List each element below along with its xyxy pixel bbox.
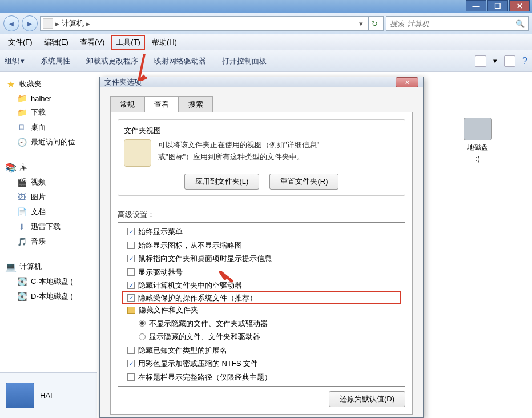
- details-label: HAI: [40, 391, 53, 400]
- tab-search[interactable]: 搜索: [179, 96, 213, 112]
- sidebar-item[interactable]: 📁下载: [2, 105, 95, 120]
- maximize-button[interactable]: ☐: [487, 0, 508, 11]
- forward-button[interactable]: ►: [22, 15, 38, 31]
- toolbar-ctrlpanel[interactable]: 打开控制面板: [222, 56, 267, 66]
- advanced-setting-item[interactable]: 隐藏受保护的操作系统文件（推荐）: [122, 291, 401, 305]
- address-bar[interactable]: ▸ 计算机 ▸ ▾ ↻: [40, 16, 384, 31]
- advanced-setting-item[interactable]: 显示驱动器号: [122, 266, 401, 279]
- setting-label: 隐藏文件和文件夹: [139, 304, 198, 316]
- menu-file[interactable]: 文件(F): [3, 35, 37, 50]
- radio[interactable]: [139, 333, 146, 340]
- back-button[interactable]: ◄: [3, 15, 19, 31]
- toolbar-sysprops[interactable]: 系统属性: [41, 56, 70, 66]
- advanced-setting-item[interactable]: 鼠标指向文件夹和桌面项时显示提示信息: [122, 252, 401, 266]
- pictures-icon: 🖼: [17, 192, 26, 202]
- checkbox[interactable]: [127, 228, 135, 235]
- sidebar-item[interactable]: 💽C-本地磁盘 (: [2, 274, 95, 289]
- advanced-setting-item[interactable]: 隐藏计算机文件夹中的空驱动器: [122, 279, 401, 292]
- advanced-setting-item[interactable]: 用彩色显示加密或压缩的 NTFS 文件: [122, 357, 401, 371]
- menu-tools[interactable]: 工具(T): [111, 35, 145, 50]
- sidebar-item[interactable]: 🎬视频: [2, 175, 95, 190]
- advanced-setting-item[interactable]: 隐藏已知文件类型的扩展名: [122, 344, 401, 357]
- toolbar-uninstall[interactable]: 卸载或更改程序: [86, 56, 138, 66]
- video-icon: 🎬: [17, 178, 26, 187]
- apply-to-folder-button[interactable]: 应用到文件夹(L): [184, 174, 260, 190]
- advanced-settings-list[interactable]: 始终显示菜单始终显示图标，从不显示缩略图鼠标指向文件夹和桌面项时显示提示信息显示…: [118, 222, 405, 387]
- setting-label: 隐藏计算机文件夹中的空驱动器: [138, 280, 242, 291]
- search-box[interactable]: 🔍: [386, 16, 529, 31]
- computer-icon: [43, 18, 53, 29]
- checkbox[interactable]: [127, 360, 135, 367]
- sidebar-computer[interactable]: 💻计算机: [2, 259, 95, 274]
- menu-bar: 文件(F) 编辑(E) 查看(V) 工具(T) 帮助(H): [0, 34, 532, 50]
- refresh-button[interactable]: ↻: [368, 17, 381, 30]
- folder-icon: 📁: [17, 94, 26, 103]
- tab-general[interactable]: 常规: [110, 96, 144, 112]
- desktop-icon: 🖥: [17, 123, 26, 132]
- advanced-setting-item[interactable]: 不显示隐藏的文件、文件夹或驱动器: [122, 317, 401, 331]
- dialog-close-button[interactable]: ✕: [396, 77, 418, 87]
- checkbox[interactable]: [127, 255, 135, 262]
- minimize-button[interactable]: —: [466, 0, 486, 11]
- folder-icon: 📁: [17, 108, 26, 117]
- menu-edit[interactable]: 编辑(E): [39, 35, 73, 50]
- sidebar-item[interactable]: 💽D-本地磁盘 (: [2, 289, 95, 304]
- title-bar: — ☐ ✕: [0, 0, 532, 13]
- sidebar-item[interactable]: 🖥桌面: [2, 120, 95, 135]
- star-icon: ★: [6, 79, 16, 89]
- sidebar-item[interactable]: 📁haiher: [2, 91, 95, 105]
- search-icon: 🔍: [515, 19, 525, 28]
- tab-view-pane: 文件夹视图 可以将该文件夹正在使用的视图（例如"详细信息" 或"图标"）应用到所…: [110, 112, 413, 415]
- checkbox[interactable]: [127, 268, 135, 276]
- toolbar-mapnet[interactable]: 映射网络驱动器: [154, 56, 206, 66]
- search-input[interactable]: [390, 19, 512, 28]
- help-icon[interactable]: ?: [522, 56, 527, 66]
- menu-view[interactable]: 查看(V): [75, 35, 109, 50]
- tab-view[interactable]: 查看: [144, 96, 179, 112]
- toolbar: 组织 ▾ 系统属性 卸载或更改程序 映射网络驱动器 打开控制面板 ▾ ?: [0, 50, 532, 72]
- sidebar-item[interactable]: 🕘最近访问的位: [2, 135, 95, 150]
- sidebar-item[interactable]: 🎵音乐: [2, 234, 95, 249]
- recent-icon: 🕘: [17, 138, 26, 147]
- chevron-down-icon[interactable]: ▾: [493, 57, 497, 65]
- advanced-setting-item[interactable]: 显示隐藏的文件、文件夹和驱动器: [122, 330, 401, 344]
- preview-pane-icon[interactable]: [504, 55, 515, 67]
- advanced-label: 高级设置：: [118, 210, 405, 220]
- sidebar-item[interactable]: ⬇迅雷下载: [2, 219, 95, 234]
- computer-icon: 💻: [6, 262, 16, 272]
- close-button[interactable]: ✕: [509, 0, 530, 11]
- checkbox[interactable]: [127, 373, 135, 381]
- advanced-setting-item[interactable]: 隐藏文件和文件夹: [122, 303, 401, 317]
- disk-item[interactable]: 地磁盘 :): [429, 118, 526, 163]
- details-pane: HAI: [0, 372, 97, 418]
- checkbox[interactable]: [127, 282, 135, 289]
- toolbar-organize[interactable]: 组织 ▾: [5, 56, 25, 66]
- reset-folders-button[interactable]: 重置文件夹(R): [269, 174, 338, 190]
- folder-view-heading: 文件夹视图: [124, 126, 399, 136]
- sidebar: ★收藏夹 📁haiher 📁下载 🖥桌面 🕘最近访问的位 📚库 🎬视频 🖼图片 …: [0, 72, 97, 418]
- sidebar-libraries[interactable]: 📚库: [2, 160, 95, 175]
- sidebar-item[interactable]: 🖼图片: [2, 190, 95, 204]
- disk-icon: 💽: [17, 292, 26, 301]
- setting-label: 始终显示菜单: [138, 226, 183, 238]
- checkbox[interactable]: [127, 294, 135, 302]
- setting-label: 隐藏已知文件类型的扩展名: [138, 345, 227, 356]
- radio[interactable]: [139, 320, 146, 327]
- address-dropdown[interactable]: ▾: [356, 17, 366, 30]
- sidebar-favorites[interactable]: ★收藏夹: [2, 77, 95, 91]
- menu-help[interactable]: 帮助(H): [147, 35, 182, 50]
- setting-label: 在标题栏显示完整路径（仅限经典主题）: [138, 372, 272, 383]
- folder-view-icon: [124, 139, 151, 167]
- sidebar-item[interactable]: 📄文档: [2, 204, 95, 219]
- address-path: 计算机: [62, 18, 84, 29]
- setting-label: 显示驱动器号: [138, 267, 183, 278]
- checkbox[interactable]: [127, 242, 135, 249]
- advanced-setting-item[interactable]: 始终显示图标，从不显示缩略图: [122, 239, 401, 252]
- restore-defaults-button[interactable]: 还原为默认值(D): [329, 391, 405, 407]
- advanced-setting-item[interactable]: 始终显示菜单: [122, 225, 401, 239]
- checkbox[interactable]: [127, 347, 135, 354]
- view-options-icon[interactable]: [475, 55, 486, 67]
- advanced-setting-item[interactable]: 在标题栏显示完整路径（仅限经典主题）: [122, 371, 401, 384]
- download-icon: ⬇: [17, 222, 26, 231]
- folder-view-desc: 可以将该文件夹正在使用的视图（例如"详细信息" 或"图标"）应用到所有这种类型的…: [158, 139, 399, 163]
